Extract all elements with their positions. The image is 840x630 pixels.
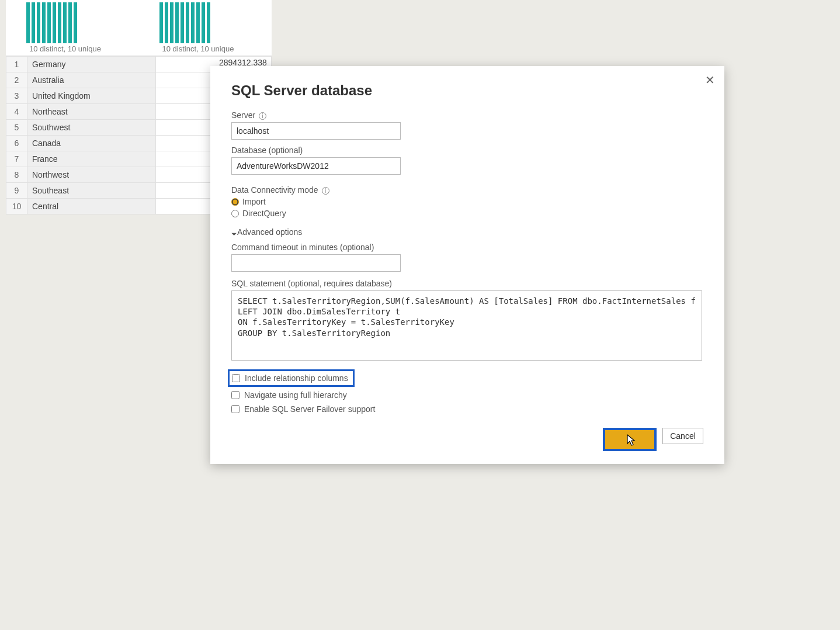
check-include-relationship[interactable]: Include relationship columns [232,373,348,383]
highlight-annotation: Include relationship columns [228,369,355,387]
checkbox-include-relationship[interactable] [232,374,240,382]
database-label: Database (optional) [231,146,703,155]
row-number: 2 [6,72,27,88]
row-number: 7 [6,151,27,167]
distribution-bars [145,2,266,43]
radio-import[interactable]: Import [231,197,703,206]
column-profile-1: 10 distinct, 10 unique [6,0,139,56]
region-cell[interactable]: Canada [27,136,156,151]
region-cell[interactable]: Northwest [27,167,156,183]
checkbox-navigate-hierarchy[interactable] [231,391,239,399]
region-cell[interactable]: Germany [27,57,156,72]
check-navigate-hierarchy[interactable]: Navigate using full hierarchy [231,390,703,400]
sql-server-dialog: ✕ SQL Server database Server i Database … [210,66,724,464]
row-number: 8 [6,167,27,183]
distinct-unique-label-2: 10 distinct, 10 unique [145,44,266,53]
region-cell[interactable]: France [27,151,156,167]
sql-statement-input[interactable] [231,290,702,361]
server-input[interactable] [231,122,401,140]
distribution-bars [12,2,133,43]
radio-directquery[interactable]: DirectQuery [231,209,703,218]
region-cell[interactable]: Southeast [27,183,156,199]
checkbox-failover[interactable] [231,405,239,413]
radio-import-input[interactable] [231,198,239,206]
row-number: 10 [6,199,27,214]
server-label: Server i [231,110,703,120]
row-number: 4 [6,104,27,120]
timeout-input[interactable] [231,254,401,272]
close-icon[interactable]: ✕ [705,73,715,87]
row-number: 5 [6,120,27,136]
radio-directquery-input[interactable] [231,210,239,217]
cancel-button[interactable]: Cancel [662,428,703,444]
region-cell[interactable]: United Kingdom [27,88,156,104]
row-number: 6 [6,136,27,151]
region-cell[interactable]: Australia [27,72,156,88]
database-input[interactable] [231,157,401,175]
region-cell[interactable]: Northeast [27,104,156,120]
row-number: 1 [6,57,27,72]
info-icon[interactable]: i [322,187,329,195]
row-number: 9 [6,183,27,199]
region-cell[interactable]: Southwest [27,120,156,136]
ok-button[interactable]: OK [603,428,657,451]
distinct-unique-label-1: 10 distinct, 10 unique [12,44,133,53]
cursor-icon [626,434,637,446]
region-cell[interactable]: Central [27,199,156,214]
dialog-title: SQL Server database [231,82,703,99]
row-number: 3 [6,88,27,104]
timeout-label: Command timeout in minutes (optional) [231,243,703,252]
check-failover[interactable]: Enable SQL Server Failover support [231,404,703,414]
sql-label: SQL statement (optional, requires databa… [231,279,703,288]
advanced-options-toggle[interactable]: Advanced options [231,227,703,237]
info-icon[interactable]: i [259,112,266,120]
column-profile-2: 10 distinct, 10 unique [139,0,272,56]
column-profile-header: 10 distinct, 10 unique 10 distinct, 10 u… [6,0,272,56]
mode-label: Data Connectivity mode i [231,185,703,195]
